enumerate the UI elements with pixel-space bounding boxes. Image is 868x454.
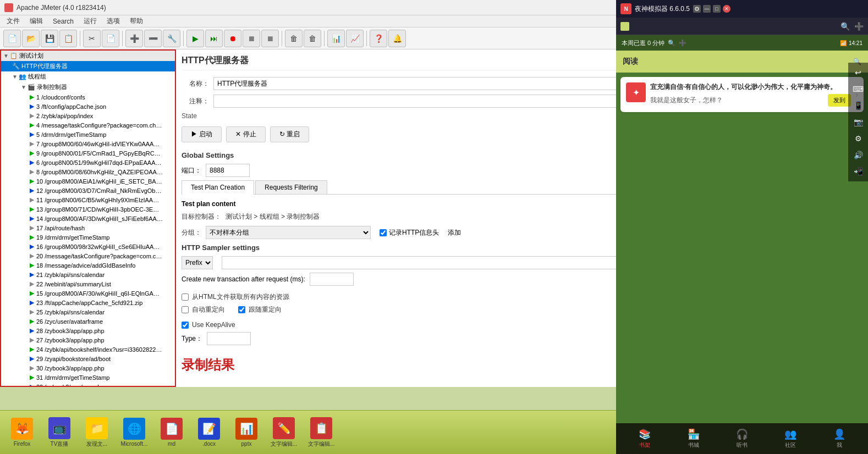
tree-list-item[interactable]: ▶19 /drm/drm/getTimeStamp: [1, 232, 175, 242]
from-html-checkbox[interactable]: [182, 294, 189, 301]
tree-list-item[interactable]: ▶30 /zybook3/app/app.php: [1, 363, 175, 373]
toolbar-saveas[interactable]: 📋: [59, 30, 77, 47]
taskbar-app-edge[interactable]: 🌐 Microsoft...: [117, 416, 152, 449]
redirect-checkbox[interactable]: [182, 306, 189, 313]
tree-item-http-proxy[interactable]: 🔧 HTTP代理服务器: [1, 61, 175, 71]
nox-side-btn-6[interactable]: 🔊: [850, 147, 866, 163]
prefix-select[interactable]: Prefix: [182, 256, 213, 269]
toolbar-copy[interactable]: 📄: [102, 30, 119, 47]
menu-options[interactable]: 选项: [102, 15, 124, 27]
toolbar-stop[interactable]: ⏹: [243, 30, 260, 47]
search-icon-phone[interactable]: 🔍: [668, 40, 675, 47]
toolbar-report2[interactable]: 📈: [346, 30, 364, 47]
tree-list-item[interactable]: ▶31 /drm/drm/getTimeStamp: [1, 373, 175, 382]
record-headers-checkbox[interactable]: [380, 229, 387, 236]
toolbar-collapse[interactable]: ➖: [144, 30, 162, 47]
tab-test-plan-creation[interactable]: Test Plan Creation: [182, 180, 254, 195]
toolbar-new[interactable]: 📄: [3, 30, 21, 47]
tree-list-item[interactable]: ▶23 /ft/appCache/appCache_5cfd921.zip: [1, 298, 175, 307]
tree-item-recorder[interactable]: ▼ 🎬 录制控制器: [1, 82, 175, 92]
tree-list-item[interactable]: ▶8 /group8M00/08/60hvKgHilz_QAZEIPEOAAAA…: [1, 167, 175, 176]
tree-list-item[interactable]: ▶32 /zybook3/app/app.php: [1, 382, 175, 387]
tree-list-item[interactable]: ▶16 /group8M00/98r32wKgHiII_cSe6EHIuAAAA…: [1, 242, 175, 251]
tree-list-item[interactable]: ▶6 /group8N00/51/99wKgHiI7dqd-EPpaEAAAAE…: [1, 158, 175, 167]
menu-edit[interactable]: 编辑: [25, 15, 47, 27]
nox-minimize-btn[interactable]: —: [703, 5, 711, 13]
toolbar-notify[interactable]: 🔔: [388, 30, 406, 47]
toolbar-stopall[interactable]: ⏹: [261, 30, 279, 47]
taskbar-app-wps[interactable]: ✏️ 文字编辑...: [266, 415, 301, 450]
menu-help[interactable]: 帮助: [125, 15, 147, 27]
toolbar-wrench[interactable]: 🔧: [163, 30, 180, 47]
tree-list-item[interactable]: ▶4 /message/taskConfigure?package=com.ch…: [1, 120, 175, 130]
tree-list-item[interactable]: ▶21 /zybk/api/sns/calendar: [1, 270, 175, 279]
toolbar-start[interactable]: ▶: [186, 30, 204, 47]
nox-side-btn-7[interactable]: 📲: [850, 164, 866, 179]
tree-list-item[interactable]: ▶25 /zybk/api/sns/calendar: [1, 307, 175, 317]
toolbar-save[interactable]: 💾: [41, 30, 58, 47]
nox-side-btn-5[interactable]: ⚙: [850, 131, 866, 146]
nox-side-btn-4[interactable]: 📷: [850, 114, 866, 130]
taskbar-app-firefox[interactable]: 🦊 Firefox: [4, 416, 40, 449]
nox-search-icon[interactable]: 🔍: [840, 22, 850, 31]
toolbar-record[interactable]: ⏺: [224, 30, 241, 47]
toolbar-clear[interactable]: 🗑: [285, 30, 303, 47]
toolbar-open[interactable]: 📂: [22, 30, 40, 47]
nox-settings-btn[interactable]: ⚙: [693, 5, 701, 13]
toolbar-report[interactable]: 📊: [327, 30, 345, 47]
nox-close-btn[interactable]: ✕: [723, 5, 730, 13]
taskbar-app-emmx[interactable]: 📁 发现文...: [79, 415, 114, 450]
tree-list-item[interactable]: ▶2 /zybk/api/pop/index: [1, 111, 175, 120]
taskbar-app-md[interactable]: 📄 md: [154, 416, 189, 449]
tree-list-item[interactable]: ▶14 /group8M00/AF/3D/wKgHiII_sJFiEebf6AA…: [1, 214, 175, 223]
toolbar-expand[interactable]: ➕: [125, 30, 143, 47]
toolbar-help[interactable]: ❓: [370, 30, 387, 47]
nox-nav-audio[interactable]: 🎧 听书: [736, 428, 748, 449]
grouping-select[interactable]: 不对样本分组: [206, 226, 371, 239]
menu-file[interactable]: 文件: [2, 15, 24, 27]
start-button[interactable]: ▶ 启动: [182, 126, 222, 142]
tree-list-item[interactable]: ▶9 /group8N00/01/F5/CmRad1_PGpyEBqRCAAAA…: [1, 148, 175, 158]
tree-list-item[interactable]: ▶26 /zyc/user/avatarframe: [1, 317, 175, 326]
tree-list-item[interactable]: ▶18 /message/advice/addGIdBaseInfo: [1, 261, 175, 270]
tree-item-testplan[interactable]: ▼ 📋 测试计划: [1, 51, 175, 61]
tree-list-item[interactable]: ▶5 /drm/drm/getTimeStamp: [1, 130, 175, 139]
port-input[interactable]: [206, 164, 250, 177]
toolbar-startno[interactable]: ⏭: [205, 30, 223, 47]
nox-side-btn-1[interactable]: ↩: [850, 65, 866, 80]
nox-side-btn-3[interactable]: 📱: [850, 98, 866, 113]
tab-requests-filtering[interactable]: Requests Filtering: [255, 180, 327, 194]
menu-run[interactable]: 运行: [79, 15, 101, 27]
tree-item-threadgroup[interactable]: ▼ 👥 线程组: [1, 71, 175, 82]
tree-list-item[interactable]: ▶15 /group8M00/AF/30/wKgHiII_q6I-EQlnGAA…: [1, 289, 175, 298]
transaction-input[interactable]: [310, 273, 354, 286]
tree-list-item[interactable]: ▶17 /api/route/hash: [1, 223, 175, 232]
tree-list-item[interactable]: ▶13 /group8M00/71/CD/wKgHiII-3pbOEC-3EAA…: [1, 204, 175, 214]
notification-card[interactable]: ✦ 宜充满自信·有自信心的人，可以化渺小为伟大，化平庸为神奇。 我就是这般女子，…: [620, 77, 864, 112]
follow-redirect-checkbox[interactable]: [238, 306, 245, 313]
tree-list-item[interactable]: ▶28 /zybook3/app/app.php: [1, 326, 175, 335]
add-icon-phone[interactable]: ➕: [679, 40, 686, 47]
tree-list-item[interactable]: ▶29 /zyapi/bookstore/ad/boot: [1, 354, 175, 363]
nox-expand-btn[interactable]: □: [713, 5, 721, 13]
tree-list-item[interactable]: ▶1 /cloudconf/confs: [1, 92, 175, 102]
tree-list-item[interactable]: ▶12 /group8M00/03/D7/CmRaiI_NkRmEvgObAAA…: [1, 186, 175, 195]
tree-list-item[interactable]: ▶3 /ft/config/appCache.json: [1, 102, 175, 111]
tree-list-item[interactable]: ▶10 /group8M00/AEiA1/wKgHiI_iE_SETC_BAAA…: [1, 176, 175, 186]
type-input[interactable]: [207, 332, 251, 345]
menu-search[interactable]: Search: [48, 16, 78, 26]
taskbar-app-docx[interactable]: 📝 .docx: [191, 416, 227, 449]
nox-side-btn-2[interactable]: ⌨: [850, 81, 866, 97]
nox-nav-bookstore[interactable]: 🏪 书城: [688, 428, 700, 449]
taskbar-app-pptx[interactable]: 📊 pptx: [229, 416, 264, 449]
tree-list-item[interactable]: ▶22 /webinit/api/summaryList: [1, 279, 175, 289]
nox-nav-community[interactable]: 👥 社区: [784, 428, 796, 449]
tree-list-item[interactable]: ▶27 /zybook3/app/app.php: [1, 335, 175, 345]
tree-list-item[interactable]: ▶24 /zybk/api/bookshelf/index?usr=i33602…: [1, 345, 175, 354]
nox-add-icon[interactable]: ➕: [854, 22, 864, 31]
tree-list-item[interactable]: ▶20 /message/taskConfigure?package=com.c…: [1, 251, 175, 261]
tree-list-item[interactable]: ▶7 /group8M00/60/46wKgHiI-idVlEYKw0AAAAA…: [1, 139, 175, 148]
tree-list-item[interactable]: ▶11 /group8N00/6C/B5/wKgHhIy9XlmEIzIAAAA…: [1, 195, 175, 204]
toolbar-cut[interactable]: ✂: [83, 30, 101, 47]
nox-nav-profile[interactable]: 👤 我: [833, 428, 845, 449]
